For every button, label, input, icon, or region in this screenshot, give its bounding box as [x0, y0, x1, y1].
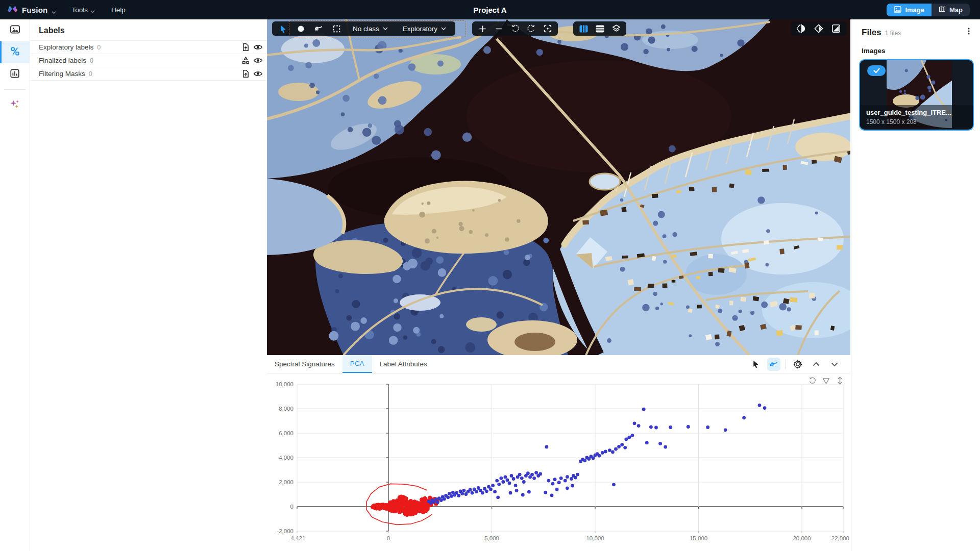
svg-text:20,000: 20,000 [793, 535, 811, 541]
sidebar-item-bar-chart[interactable] [0, 63, 30, 85]
image-card[interactable]: user_guide_testing_ITRE... 1500 x 1500 x… [859, 59, 974, 131]
chevron-down-icon [90, 8, 95, 12]
label-row-count: 0 [97, 44, 238, 51]
label-row[interactable]: Exploratory labels0 [30, 40, 267, 54]
sparkles-icon [9, 98, 20, 112]
menu-help-label: Help [111, 6, 126, 14]
chart-corner-tools [807, 376, 844, 385]
tool-brush-circle[interactable] [294, 22, 307, 35]
label-row-count: 0 [90, 57, 238, 64]
photo-icon [10, 24, 20, 36]
tool-contrast-diamond[interactable] [812, 22, 825, 35]
image-view-button[interactable]: Image [887, 4, 932, 16]
selected-check-icon[interactable] [867, 65, 886, 76]
cursor-button[interactable] [749, 358, 762, 371]
tool-focus-center[interactable] [541, 22, 554, 35]
files-panel-title: Files [862, 28, 881, 38]
label-row-name: Finalized labels [39, 57, 86, 64]
sidebar-item-sparkles[interactable] [0, 94, 30, 116]
app-name: Fusion [22, 6, 47, 14]
label-row[interactable]: Finalized labels0 [30, 54, 267, 67]
menu-help[interactable]: Help [103, 0, 134, 19]
map-icon [939, 6, 946, 14]
tool-minus[interactable] [492, 22, 505, 35]
label-row-name: Filtering Masks [39, 70, 85, 78]
tool-rows[interactable] [593, 22, 606, 35]
svg-text:6,000: 6,000 [279, 430, 293, 436]
map-view-button[interactable]: Map [932, 4, 970, 16]
shapes-icon[interactable] [240, 56, 251, 66]
project-title: Project A [0, 6, 980, 14]
pca-chart-panel: -2,00002,0004,0006,0008,00010,000-4,4210… [267, 373, 850, 551]
scatter-labels-icon [10, 46, 20, 59]
analysis-tabbar: Spectral SignaturesPCALabel Attributes [267, 355, 850, 373]
kebab-menu-icon[interactable] [965, 27, 974, 36]
eye-icon[interactable] [253, 56, 263, 66]
topbar: Fusion Tools Help Project A Image [0, 0, 980, 19]
sidebar-item-photo[interactable] [0, 19, 30, 41]
pca-scatter-chart[interactable]: -2,00002,0004,0006,0008,00010,000-4,4210… [267, 373, 850, 551]
reset-zoom-icon[interactable] [807, 376, 817, 385]
satellite-image [267, 19, 850, 355]
label-row[interactable]: Filtering Masks0 [30, 67, 267, 81]
tool-rotate-cw[interactable] [525, 22, 538, 35]
gear-button[interactable] [791, 358, 804, 371]
tab-spectral-signatures[interactable]: Spectral Signatures [267, 355, 342, 373]
svg-text:0: 0 [387, 535, 390, 541]
tool-scribble[interactable] [312, 22, 325, 35]
mode-selector[interactable]: Exploratory [398, 25, 451, 33]
tool-invert-square[interactable] [829, 22, 843, 35]
icon-sidebar [0, 19, 30, 551]
image-dimensions: 1500 x 1500 x 208 [866, 118, 969, 126]
image-view-label: Image [905, 6, 924, 14]
sidebar-item-scatter-labels[interactable] [0, 41, 30, 63]
tool-cursor[interactable] [276, 22, 289, 35]
upload-file-icon[interactable] [240, 69, 251, 79]
fusion-logo-icon [7, 4, 18, 15]
tool-marquee[interactable] [330, 22, 343, 35]
upload-file-icon[interactable] [240, 42, 251, 53]
tool-layers[interactable] [609, 22, 623, 35]
tool-plus[interactable] [476, 22, 489, 35]
files-count: 1 files [885, 30, 965, 37]
class-selector[interactable]: No class [348, 25, 393, 33]
app-menu[interactable]: Fusion [0, 0, 63, 19]
menu-tools[interactable]: Tools [63, 0, 103, 19]
series-selected-cluster [371, 494, 439, 517]
menu-tools-label: Tools [71, 6, 88, 14]
scribble-button[interactable] [767, 358, 780, 371]
svg-text:4,000: 4,000 [279, 455, 293, 461]
chevron-down-button[interactable] [828, 358, 841, 371]
svg-text:15,000: 15,000 [690, 535, 707, 541]
svg-text:0: 0 [290, 504, 293, 510]
svg-text:22,000: 22,000 [831, 535, 849, 541]
tool-columns[interactable] [577, 22, 590, 35]
v-arrows-icon[interactable] [835, 376, 844, 385]
svg-text:-2,000: -2,000 [277, 528, 293, 534]
image-name: user_guide_testing_ITRE... [866, 109, 969, 116]
label-row-name: Exploratory labels [39, 43, 93, 51]
svg-text:5,000: 5,000 [484, 535, 499, 541]
eye-icon[interactable] [253, 42, 263, 53]
files-panel: Files 1 files Images user_guide_testing_… [851, 19, 980, 551]
image-canvas[interactable]: No class Exploratory [267, 19, 850, 355]
funnel-icon[interactable] [821, 376, 830, 385]
fusion-app: Fusion Tools Help Project A Image [0, 0, 980, 551]
labels-panel-title: Labels [30, 19, 267, 40]
layout-toolbar [573, 21, 626, 36]
image-icon [894, 6, 901, 14]
sidebar-divider [4, 89, 26, 90]
tool-rotate-ccw[interactable] [508, 22, 522, 35]
svg-text:10,000: 10,000 [586, 535, 604, 541]
chevron-up-button[interactable] [810, 358, 823, 371]
view-toggle: Image Map [887, 4, 970, 16]
eye-icon[interactable] [253, 69, 263, 79]
map-view-label: Map [949, 6, 963, 14]
tab-label-attributes[interactable]: Label Attributes [372, 355, 435, 373]
tool-halftone[interactable] [795, 22, 808, 35]
toolbar-divider [786, 360, 786, 369]
series-unselected-points [427, 404, 767, 505]
analysis-toolbar [749, 355, 850, 373]
annotation-toolbar: No class Exploratory [272, 21, 455, 36]
tab-pca[interactable]: PCA [342, 355, 372, 373]
